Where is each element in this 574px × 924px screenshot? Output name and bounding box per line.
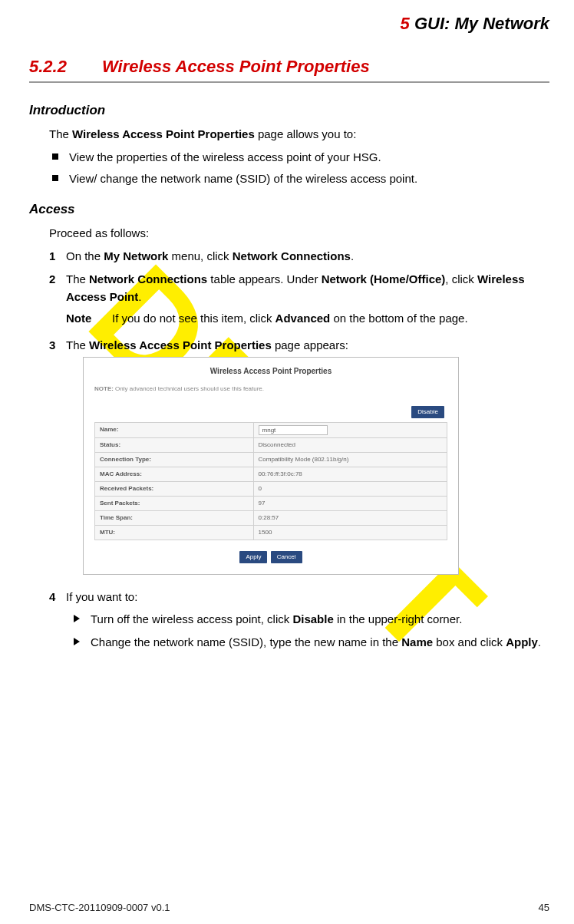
panel-title: Wireless Access Point Properties <box>94 365 447 377</box>
text-bold: Wireless Access Point Properties <box>89 338 272 351</box>
cell-label: Connection Type: <box>95 452 254 467</box>
step-number: 1 <box>49 248 66 266</box>
sub-text: Turn off the wireless access point, clic… <box>91 611 462 629</box>
text: . <box>351 249 354 262</box>
table-row: MAC Address: 00:76:ff:3f:0c:78 <box>95 467 447 481</box>
triangle-bullet-icon <box>74 615 84 622</box>
properties-table: Name: Status: Disconnected Connection T <box>94 422 447 540</box>
table-row: MTU: 1500 <box>95 525 447 540</box>
page-number: 45 <box>539 902 549 913</box>
table-row: Received Packets: 0 <box>95 481 447 496</box>
step-1: 1 On the My Network menu, click Network … <box>49 248 549 266</box>
step-body: On the My Network menu, click Network Co… <box>66 248 549 266</box>
text-bold: Advanced <box>275 312 331 325</box>
text-bold: Disable <box>292 612 333 625</box>
disable-row: Disable <box>94 401 447 419</box>
triangle-bullet-icon <box>74 638 84 645</box>
cell-value: Compatibility Mode (802.11b/g/n) <box>253 452 447 467</box>
text: on the bottom of the page. <box>330 312 467 325</box>
step-number: 3 <box>49 337 66 355</box>
list-item: View/ change the network name (SSID) of … <box>52 170 549 188</box>
step-body: The Network Connections table appears. U… <box>66 271 549 331</box>
list-item: Turn off the wireless access point, clic… <box>74 611 549 629</box>
step4-lead: If you want to: <box>66 590 137 603</box>
text: On the <box>66 249 104 262</box>
bullet-text: View the properties of the wireless acce… <box>69 149 381 167</box>
cell-value: 0 <box>253 481 447 496</box>
step-body: If you want to: Turn off the wireless ac… <box>66 589 549 658</box>
list-item: View the properties of the wireless acce… <box>52 149 549 167</box>
panel-note: NOTE: Only advanced technical users shou… <box>94 384 447 394</box>
chapter-title: GUI: My Network <box>414 14 549 33</box>
text: box and click <box>433 635 506 648</box>
step-number: 2 <box>49 271 66 289</box>
note-label: Note <box>66 310 112 328</box>
cell-value: 00:76:ff:3f:0c:78 <box>253 467 447 481</box>
cell-value <box>253 422 447 437</box>
svg-marker-0 <box>74 615 80 622</box>
text: The <box>49 127 72 140</box>
access-block: Proceed as follows: 1 On the My Network … <box>49 225 549 658</box>
list-item: Change the network name (SSID), type the… <box>74 634 549 652</box>
step-2: 2 The Network Connections table appears.… <box>49 271 549 331</box>
cell-value: 97 <box>253 496 447 510</box>
disable-button[interactable]: Disable <box>411 406 444 418</box>
sub-text: Change the network name (SSID), type the… <box>91 634 541 652</box>
intro-bullets: View the properties of the wireless acce… <box>52 149 549 188</box>
text: page allows you to: <box>255 127 357 140</box>
screenshot-panel: Wireless Access Point Properties NOTE: O… <box>83 357 459 575</box>
section-heading: 5.2.2 Wireless Access Point Properties <box>29 57 549 83</box>
page-content: 5 GUI: My Network 5.2.2 Wireless Access … <box>0 0 574 658</box>
table-row: Name: <box>95 422 447 437</box>
step-body: The Wireless Access Point Properties pag… <box>66 337 549 583</box>
text: The <box>66 272 89 285</box>
cell-value: Disconnected <box>253 437 447 452</box>
cell-label: Sent Packets: <box>95 496 254 510</box>
cell-label: MAC Address: <box>95 467 254 481</box>
cell-label: Time Span: <box>95 510 254 525</box>
text: . <box>538 635 541 648</box>
access-lead: Proceed as follows: <box>49 225 549 242</box>
chapter-number: 5 <box>401 14 410 33</box>
text: menu, click <box>168 249 232 262</box>
intro-lead: The Wireless Access Point Properties pag… <box>49 126 549 143</box>
button-row: Apply Cancel <box>94 546 447 564</box>
text: . <box>138 290 141 303</box>
section-number: 5.2.2 <box>29 57 102 77</box>
apply-button[interactable]: Apply <box>239 551 267 563</box>
text: page appears: <box>272 338 348 351</box>
access-heading: Access <box>29 202 549 217</box>
text: in the upper-right corner. <box>334 612 463 625</box>
cell-value: 0:28:57 <box>253 510 447 525</box>
text-bold: Name <box>401 635 433 648</box>
text-bold: Network (Home/Office) <box>322 272 446 285</box>
text: If you do not see this item, click <box>112 312 275 325</box>
step-number: 4 <box>49 589 66 606</box>
text-bold: My Network <box>104 249 168 262</box>
text: Change the network name (SSID), type the… <box>91 635 401 648</box>
table-row: Sent Packets: 97 <box>95 496 447 510</box>
table-row: Status: Disconnected <box>95 437 447 452</box>
text: Only advanced technical users should use… <box>114 385 264 392</box>
table-row: Time Span: 0:28:57 <box>95 510 447 525</box>
text: The <box>66 338 89 351</box>
text: Turn off the wireless access point, clic… <box>91 612 292 625</box>
doc-id: DMS-CTC-20110909-0007 v0.1 <box>29 902 170 913</box>
step-3: 3 The Wireless Access Point Properties p… <box>49 337 549 583</box>
text: , click <box>445 272 477 285</box>
cell-label: MTU: <box>95 525 254 540</box>
text-bold: Apply <box>506 635 538 648</box>
access-steps: 1 On the My Network menu, click Network … <box>49 248 549 658</box>
step4-sublist: Turn off the wireless access point, clic… <box>74 611 549 652</box>
note-row: Note If you do not see this item, click … <box>66 310 549 328</box>
table-row: Connection Type: Compatibility Mode (802… <box>95 452 447 467</box>
text-bold: Network Connections <box>233 249 351 262</box>
name-input[interactable] <box>259 425 328 435</box>
intro-heading: Introduction <box>29 103 549 118</box>
square-bullet-icon <box>52 175 58 181</box>
cancel-button[interactable]: Cancel <box>271 551 302 563</box>
cell-label: Status: <box>95 437 254 452</box>
text-bold: NOTE: <box>94 385 114 392</box>
bullet-text: View/ change the network name (SSID) of … <box>69 170 417 188</box>
square-bullet-icon <box>52 153 58 160</box>
